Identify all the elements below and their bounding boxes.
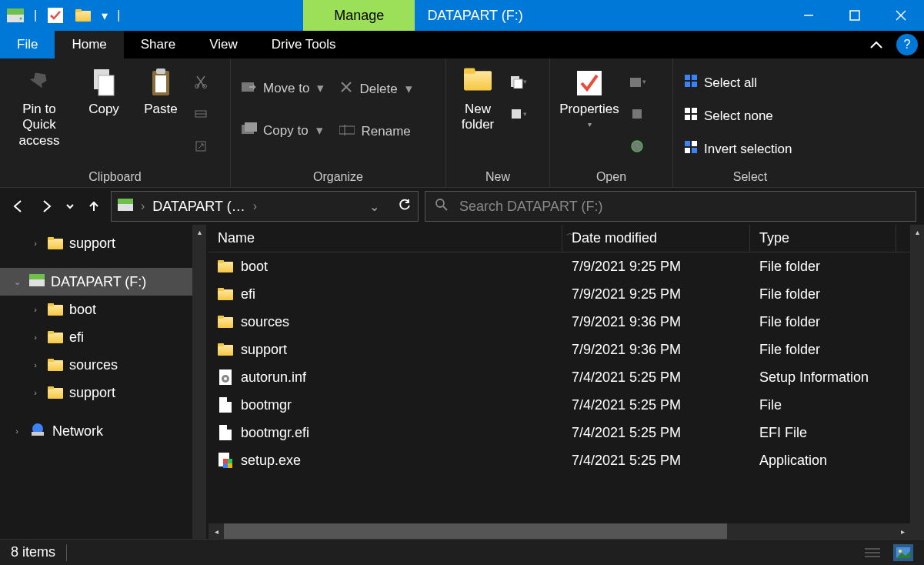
chevron-down-icon[interactable]: ⌄ (11, 277, 23, 287)
file-row[interactable]: efi7/9/2021 9:25 PMFile folder (208, 280, 910, 308)
file-date: 7/4/2021 5:25 PM (562, 425, 750, 441)
tree-item[interactable]: ⌄DATAPART (F:) (0, 268, 192, 296)
svg-rect-59 (223, 463, 228, 468)
vertical-scrollbar[interactable]: ▴ (910, 225, 924, 539)
maximize-button[interactable] (832, 0, 878, 31)
column-resize-indicator: ︿ (566, 228, 574, 239)
svg-rect-11 (155, 75, 166, 92)
file-row[interactable]: boot7/9/2021 9:25 PMFile folder (208, 252, 910, 280)
copy-button[interactable]: Copy (77, 63, 131, 117)
select-all-icon (684, 74, 698, 92)
paste-button[interactable]: Paste (134, 63, 188, 117)
file-row[interactable]: sources7/9/2021 9:36 PMFile folder (208, 308, 910, 336)
tree-item[interactable]: ›efi (0, 323, 192, 351)
tree-item[interactable]: ›boot (0, 296, 192, 323)
forward-button[interactable] (35, 196, 57, 217)
back-button[interactable] (8, 196, 29, 217)
file-type: File (750, 397, 896, 413)
navigation-bar: › DATAPART (… › ⌄ Search DATAPART (F:) (0, 188, 924, 225)
file-date: 7/9/2021 9:36 PM (562, 342, 750, 358)
file-row[interactable]: setup.exe7/4/2021 5:25 PMApplication (208, 446, 910, 474)
address-bar[interactable]: › DATAPART (… › ⌄ (111, 191, 419, 222)
easy-access-button[interactable]: ▾ (508, 100, 528, 128)
cut-button[interactable] (191, 68, 211, 95)
svg-rect-42 (685, 148, 690, 153)
folder-icon (218, 286, 233, 302)
column-headers: Name Date modified Type (208, 225, 910, 252)
tree-item[interactable]: ›sources (0, 351, 192, 379)
new-folder-icon (462, 68, 493, 99)
up-button[interactable] (83, 196, 105, 217)
column-header-name[interactable]: Name (208, 225, 562, 252)
tab-view[interactable]: View (192, 31, 255, 59)
open-button[interactable]: ▾ (627, 68, 647, 95)
delete-button[interactable]: Delete▾ (333, 77, 418, 101)
properties-icon[interactable] (46, 6, 65, 25)
thumbnails-view-button[interactable] (893, 544, 913, 561)
chevron-right-icon[interactable]: › (11, 426, 23, 436)
file-date: 7/4/2021 5:25 PM (562, 397, 750, 413)
pin-to-quick-access-button[interactable]: Pin to Quick access (5, 63, 74, 149)
search-box[interactable]: Search DATAPART (F:) (425, 191, 916, 222)
folder-icon (48, 359, 63, 371)
history-button[interactable] (627, 132, 647, 160)
address-dropdown-icon[interactable]: ⌄ (369, 199, 379, 214)
search-placeholder: Search DATAPART (F:) (459, 199, 602, 215)
drive-icon (6, 6, 25, 25)
chevron-right-icon[interactable]: › (29, 360, 42, 369)
help-button[interactable]: ? (896, 34, 918, 55)
file-date: 7/9/2021 9:36 PM (562, 314, 750, 330)
new-folder-button[interactable]: New folder (451, 63, 505, 133)
folder-qat-icon[interactable] (74, 6, 92, 25)
chevron-right-icon[interactable]: › (29, 333, 42, 342)
tab-home[interactable]: Home (55, 31, 123, 59)
svg-rect-35 (692, 82, 697, 87)
paste-shortcut-button[interactable] (191, 132, 211, 160)
tree-item[interactable]: ›support (0, 229, 192, 257)
file-row[interactable]: bootmgr.efi7/4/2021 5:25 PMEFI File (208, 419, 910, 446)
select-all-button[interactable]: Select all (678, 71, 798, 95)
tab-file[interactable]: File (0, 31, 55, 59)
new-item-button[interactable]: ▾ (508, 68, 528, 95)
edit-button[interactable] (627, 100, 647, 128)
copy-to-button[interactable]: Copy to▾ (235, 119, 330, 142)
tab-share[interactable]: Share (124, 31, 192, 59)
tree-item[interactable]: ›Network (0, 417, 192, 445)
recent-locations-button[interactable] (63, 196, 77, 217)
breadcrumb-text[interactable]: DATAPART (… (152, 199, 245, 215)
file-type: File folder (750, 259, 896, 275)
move-to-button[interactable]: Move to▾ (235, 77, 330, 99)
group-label-organize: Organize (235, 167, 441, 187)
close-button[interactable] (878, 0, 924, 31)
copy-path-button[interactable] (191, 100, 211, 128)
properties-button[interactable]: Properties ▾ (555, 63, 624, 129)
chevron-right-icon[interactable]: › (29, 239, 42, 248)
select-none-button[interactable]: Select none (678, 104, 798, 128)
column-header-date[interactable]: Date modified (562, 225, 750, 252)
qat-dropdown-icon[interactable]: ▾ (102, 8, 108, 23)
chevron-right-icon[interactable]: › (29, 305, 42, 314)
column-header-type[interactable]: Type (750, 225, 896, 252)
context-tab-manage[interactable]: Manage (303, 0, 415, 31)
invert-selection-button[interactable]: Invert selection (678, 137, 798, 161)
window-title: DATAPART (F:) (415, 0, 535, 31)
minimize-button[interactable] (786, 0, 832, 31)
rename-button[interactable]: Rename (333, 121, 418, 142)
horizontal-scrollbar[interactable]: ◂ ▸ (208, 523, 910, 539)
file-name: efi (241, 286, 255, 303)
svg-point-54 (224, 377, 227, 380)
refresh-button[interactable] (398, 198, 412, 215)
group-label-new: New (451, 167, 545, 187)
chevron-right-icon[interactable]: › (29, 388, 42, 397)
file-row[interactable]: bootmgr7/4/2021 5:25 PMFile (208, 391, 910, 419)
collapse-ribbon-icon[interactable] (862, 31, 890, 59)
svg-rect-34 (685, 82, 690, 87)
details-view-button[interactable] (862, 544, 882, 561)
tree-scrollbar[interactable]: ▴ (192, 225, 206, 539)
file-row[interactable]: support7/9/2021 9:36 PMFile folder (208, 336, 910, 363)
tree-item[interactable]: ›support (0, 379, 192, 406)
tab-drive-tools[interactable]: Drive Tools (255, 31, 353, 59)
svg-rect-26 (514, 79, 522, 89)
delete-icon (339, 80, 353, 98)
file-row[interactable]: autorun.inf7/4/2021 5:25 PMSetup Informa… (208, 363, 910, 391)
